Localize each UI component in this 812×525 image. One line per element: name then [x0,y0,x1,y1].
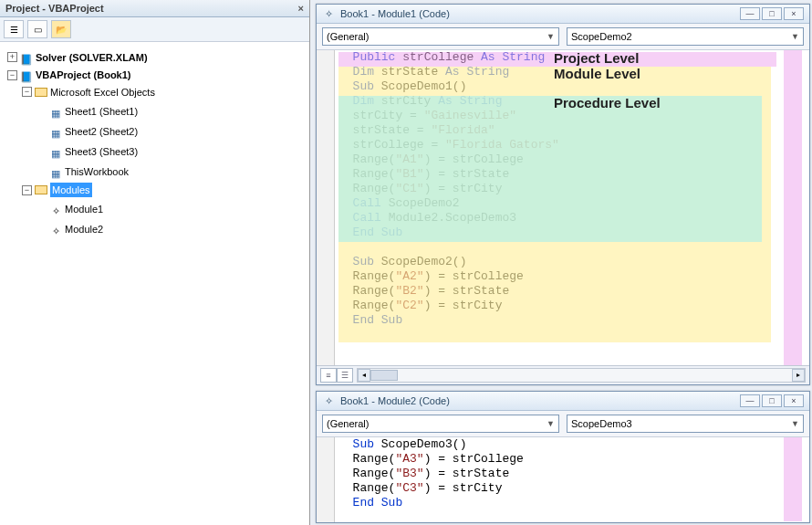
project-scope-strip [784,437,802,521]
code-area: ✧ Book1 - Module1 (Code) — □ × (General)… [310,0,812,525]
code-gutter [317,50,335,365]
view-code-button[interactable]: ☰ [4,20,24,38]
code-window-module2: ✧ Book1 - Module2 (Code) — □ × (General)… [316,391,810,523]
worksheet-icon: ▦ [49,126,62,137]
tree-item-label: Modules [50,183,92,197]
code-dropdowns: (General)▼ ScopeDemo2▼ [317,24,809,50]
code-dropdowns: (General)▼ ScopeDemo3▼ [317,411,809,437]
procedure-dropdown[interactable]: ScopeDemo2▼ [567,27,804,46]
chevron-down-icon: ▼ [791,419,799,428]
tree-item-module2[interactable]: ✧Module2 [36,222,103,236]
tree-item-thisworkbook[interactable]: ▦ThisWorkbook [36,164,129,179]
object-dropdown[interactable]: (General)▼ [322,27,559,46]
close-button[interactable]: × [784,394,804,407]
expand-icon[interactable]: + [7,52,17,62]
window-titlebar[interactable]: ✧ Book1 - Module1 (Code) — □ × [317,5,809,24]
project-toolbar: ☰ ▭ 📂 [0,17,309,42]
close-icon[interactable]: × [298,3,304,14]
project-explorer: Project - VBAProject × ☰ ▭ 📂 + 📘 Solver … [0,0,310,525]
chevron-down-icon: ▼ [547,419,555,428]
collapse-icon[interactable]: − [22,87,32,97]
module-level-label: Module Level [554,66,640,81]
scroll-thumb[interactable] [370,370,398,381]
project-level-label: Project Level [554,50,639,66]
project-tree[interactable]: + 📘 Solver (SOLVER.XLAM) − 📘 VBAProject … [0,42,309,525]
chevron-down-icon: ▼ [791,32,799,41]
code-editor[interactable]: Project Level Module Level Procedure Lev… [317,50,809,365]
collapse-icon[interactable]: − [7,70,17,80]
collapse-icon[interactable]: − [22,185,32,195]
tree-item-sheet1[interactable]: ▦Sheet1 (Sheet1) [36,104,138,119]
module-icon: ✧ [322,395,335,406]
project-explorer-title: Project - VBAProject × [0,0,309,17]
window-title-text: Book1 - Module1 (Code) [340,8,450,19]
module-icon: ✧ [49,224,62,235]
view-tabs: ≡ ☰ ◂ ▸ [317,365,809,384]
code-editor[interactable]: Sub ScopeDemo3() Range("A3") = strColleg… [317,437,809,522]
code-content[interactable]: Sub ScopeDemo3() Range("A3") = strColleg… [338,437,809,510]
scroll-left-icon[interactable]: ◂ [358,369,370,382]
toggle-folders-button[interactable]: 📂 [51,20,71,38]
module-icon: ✧ [49,204,62,215]
code-gutter [317,437,335,522]
object-dropdown[interactable]: (General)▼ [322,415,559,433]
scroll-right-icon[interactable]: ▸ [792,369,805,382]
minimize-button[interactable]: — [740,394,760,407]
project-icon: 📘 [20,52,33,63]
tree-item-sheet2[interactable]: ▦Sheet2 (Sheet2) [36,124,138,139]
window-title-text: Book1 - Module2 (Code) [340,395,450,406]
maximize-button[interactable]: □ [762,7,782,20]
tree-item-module1[interactable]: ✧Module1 [36,202,103,216]
view-object-button[interactable]: ▭ [27,20,47,38]
procedure-level-label: Procedure Level [554,95,661,110]
minimize-button[interactable]: — [740,7,760,20]
worksheet-icon: ▦ [49,146,62,157]
workbook-icon: ▦ [49,166,62,177]
code-window-module1: ✧ Book1 - Module1 (Code) — □ × (General)… [316,4,810,385]
chevron-down-icon: ▼ [547,32,555,41]
tree-item-excel-objects[interactable]: − Microsoft Excel Objects [22,85,155,100]
maximize-button[interactable]: □ [762,394,782,407]
tree-item-modules-folder[interactable]: − Modules [22,183,92,197]
procedure-dropdown[interactable]: ScopeDemo3▼ [567,415,804,433]
full-module-view-button[interactable]: ☰ [337,368,353,383]
worksheet-icon: ▦ [49,106,62,117]
code-content[interactable]: Public strCollege As String Dim strState… [338,50,809,328]
procedure-view-button[interactable]: ≡ [320,368,337,383]
project-scope-strip [784,50,802,365]
horizontal-scrollbar[interactable]: ◂ ▸ [357,368,806,383]
window-titlebar[interactable]: ✧ Book1 - Module2 (Code) — □ × [317,392,809,411]
project-explorer-title-text: Project - VBAProject [5,3,104,14]
project-icon: 📘 [20,69,33,80]
module-icon: ✧ [322,8,335,19]
tree-item-vbaproject[interactable]: − 📘 VBAProject (Book1) [7,68,131,82]
tree-item-sheet3[interactable]: ▦Sheet3 (Sheet3) [36,144,138,159]
folder-icon [35,185,47,194]
close-button[interactable]: × [784,7,804,20]
folder-icon [35,88,47,97]
tree-item-solver[interactable]: + 📘 Solver (SOLVER.XLAM) [7,50,148,65]
